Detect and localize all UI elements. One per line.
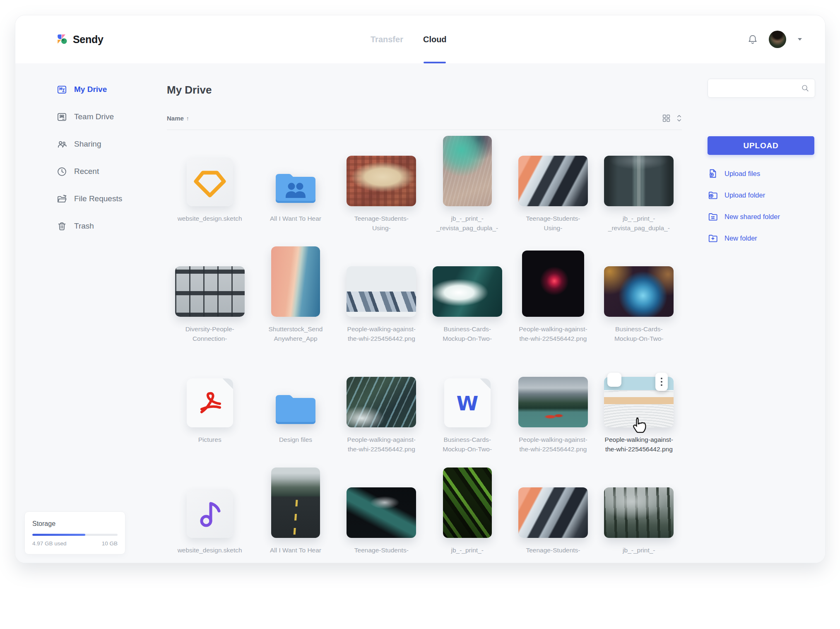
amphitheater-image[interactable]	[604, 377, 674, 427]
file-item[interactable]: People-walking-against- the-whi-22545644…	[510, 243, 596, 353]
file-requests-icon	[56, 193, 67, 205]
file-name: jb_-_print_- _revista_pag_dupla_-	[436, 214, 498, 243]
file-name: People-walking-against- the-whi-22545644…	[519, 324, 587, 353]
music-file-icon[interactable]	[187, 489, 233, 538]
file-item[interactable]: Business-Cards- Mockup-On-Two-	[596, 243, 682, 353]
sidebar-item-my-drive[interactable]: MyMy Drive	[15, 76, 167, 103]
file-item[interactable]: Pictures	[167, 353, 253, 464]
file-name: Teenage-Students-	[526, 545, 580, 563]
folder-icon[interactable]	[273, 392, 318, 427]
file-item[interactable]: Teenage-Students- Using-	[510, 132, 596, 243]
top-bar: Sendy Transfer Cloud	[15, 15, 825, 64]
shared-folder-add-icon	[708, 211, 718, 222]
file-item[interactable]: website_design.sketch	[167, 464, 253, 563]
search-input[interactable]	[708, 79, 801, 97]
recent-icon	[56, 166, 67, 177]
app-window-card: Sendy Transfer Cloud MyMy DriveTeam Driv…	[15, 15, 826, 563]
file-item[interactable]: Diversity-People- Connection-	[167, 243, 253, 353]
upload-folder-link[interactable]: Upload folder	[708, 184, 823, 206]
sidebar-item-recent[interactable]: Recent	[15, 158, 167, 185]
file-item[interactable]: All I Want To Hear	[253, 464, 338, 563]
upload-button[interactable]: UPLOAD	[708, 136, 814, 155]
sketch-file-icon[interactable]	[187, 157, 233, 206]
header-actions	[747, 15, 803, 63]
red-nebula-image[interactable]	[522, 251, 584, 317]
select-checkbox[interactable]	[607, 373, 621, 387]
item-menu-button[interactable]	[655, 373, 668, 391]
page-title: My Drive	[167, 84, 212, 96]
view-controls	[662, 114, 682, 123]
file-upload-icon	[708, 168, 718, 179]
forest-road-aerial-image[interactable]	[604, 156, 674, 206]
snow-mountains-image[interactable]	[347, 266, 416, 317]
new-folder-icon	[708, 233, 718, 243]
avatar[interactable]	[769, 31, 786, 48]
file-name: Diversity-People- Connection-	[185, 324, 234, 353]
building-facade-image[interactable]	[175, 266, 245, 317]
file-item[interactable]: jb_-_print_-	[596, 464, 682, 563]
file-item[interactable]: website_design.sketch	[167, 132, 253, 243]
file-name: jb_-_print_- _revista_pag_dupla_-	[608, 214, 670, 243]
new-shared-folder-link[interactable]: New shared folder	[708, 206, 823, 227]
file-item[interactable]: jb_-_print_- _revista_pag_dupla_-	[424, 132, 510, 243]
link-label: Upload files	[724, 170, 760, 178]
upload-files-link[interactable]: Upload files	[708, 163, 823, 184]
foggy-forest-image[interactable]	[604, 487, 674, 538]
file-item[interactable]: WBusiness-Cards- Mockup-On-Two-	[424, 353, 510, 464]
sidebar-item-label: My Drive	[74, 85, 107, 94]
sort-order-icon[interactable]	[676, 114, 682, 122]
beach-aerial-image[interactable]	[271, 246, 320, 317]
mountain-art-image[interactable]	[518, 487, 588, 538]
file-name: Shutterstock_Send Anywhere_App	[269, 324, 323, 353]
file-grid: website_design.sketchAll I Want To HearT…	[167, 132, 682, 563]
braided-rivers-image[interactable]	[347, 377, 416, 427]
sidebar-item-sharing[interactable]: Sharing	[15, 130, 167, 158]
file-item[interactable]: Design files	[253, 353, 338, 464]
word-file-icon[interactable]: W	[444, 378, 491, 427]
search-icon[interactable]	[801, 84, 810, 93]
mountain-road-image[interactable]	[271, 468, 320, 538]
mountain-art-image[interactable]	[518, 156, 588, 206]
city-aerial-image[interactable]	[347, 156, 416, 206]
bell-icon[interactable]	[747, 34, 758, 45]
ocean-wave-image[interactable]	[433, 266, 502, 317]
file-item[interactable]: Shutterstock_Send Anywhere_App	[253, 243, 338, 353]
file-item[interactable]: People-walking-against- the-whi-22545644…	[339, 353, 424, 464]
green-feather-image[interactable]	[443, 468, 492, 538]
pdf-file-icon[interactable]	[187, 378, 233, 427]
file-item[interactable]: Business-Cards- Mockup-On-Two-	[424, 243, 510, 353]
sort-label: Name	[167, 115, 184, 122]
file-item[interactable]: People-walking-against- the-whi-22545644…	[596, 353, 682, 464]
lake-canoes-image[interactable]	[518, 377, 588, 427]
sidebar-item-file-requests[interactable]: File Requests	[15, 185, 167, 212]
grid-view-icon[interactable]	[662, 114, 671, 123]
file-item[interactable]: Teenage-Students- Using-	[339, 132, 424, 243]
storage-progress-bar	[32, 534, 118, 536]
file-item[interactable]: People-walking-against- the-whi-22545644…	[339, 243, 424, 353]
sidebar-item-team-drive[interactable]: Team Drive	[15, 103, 167, 130]
sidebar-item-trash[interactable]: Trash	[15, 212, 167, 240]
file-item[interactable]: jb_-_print_-	[424, 464, 510, 563]
sidebar-nav: MyMy DriveTeam DriveSharingRecentFile Re…	[15, 76, 167, 240]
night-pier-image[interactable]	[347, 487, 416, 538]
chevron-down-icon[interactable]	[797, 37, 803, 41]
app-logo[interactable]: Sendy	[56, 15, 103, 63]
my-drive-icon: My	[56, 84, 67, 95]
file-name: All I Want To Hear	[270, 214, 321, 243]
sort-by-name-button[interactable]: Name ↑	[167, 115, 189, 122]
file-item[interactable]: jb_-_print_- _revista_pag_dupla_-	[596, 132, 682, 243]
file-item[interactable]: All I Want To Hear	[253, 132, 338, 243]
blue-nebula-image[interactable]	[604, 266, 674, 317]
file-item[interactable]: People-walking-against- the-whi-22545644…	[510, 353, 596, 464]
shared-folder-icon[interactable]	[273, 171, 318, 206]
tab-transfer[interactable]: Transfer	[371, 15, 403, 63]
sidebar-item-label: Recent	[74, 167, 99, 176]
file-name: Business-Cards- Mockup-On-Two-	[443, 435, 492, 464]
file-item[interactable]: Teenage-Students-	[339, 464, 424, 563]
file-item[interactable]: Teenage-Students-	[510, 464, 596, 563]
new-folder-link[interactable]: New folder	[708, 227, 823, 249]
storage-title: Storage	[32, 520, 118, 528]
folder-upload-icon	[708, 190, 718, 200]
tab-cloud[interactable]: Cloud	[423, 15, 447, 63]
river-delta-image[interactable]	[443, 136, 492, 206]
